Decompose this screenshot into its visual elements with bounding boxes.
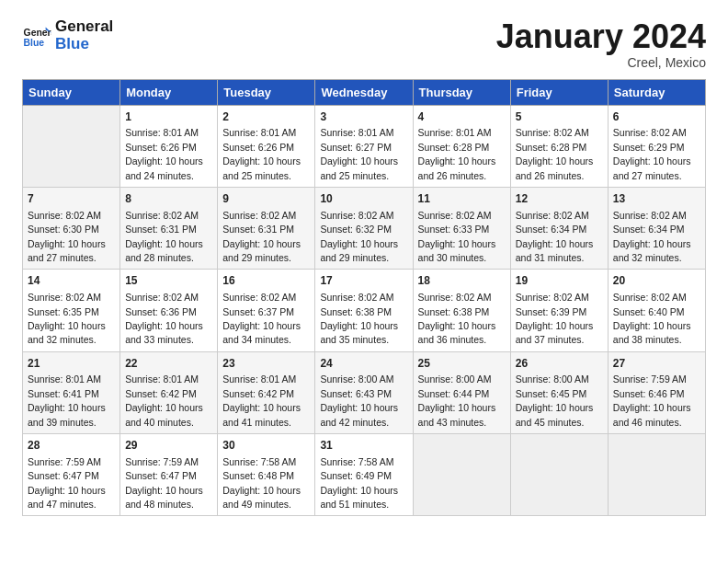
calendar-cell: 18 Sunrise: 8:02 AMSunset: 6:38 PMDaylig… xyxy=(413,270,510,351)
calendar-header: SundayMondayTuesdayWednesdayThursdayFrid… xyxy=(23,79,706,105)
day-number: 11 xyxy=(418,191,506,207)
calendar-cell: 4 Sunrise: 8:01 AMSunset: 6:28 PMDayligh… xyxy=(413,105,510,187)
day-info: Sunrise: 7:58 AMSunset: 6:49 PMDaylight:… xyxy=(320,456,398,510)
day-info: Sunrise: 8:02 AMSunset: 6:35 PMDaylight:… xyxy=(28,292,106,345)
calendar-cell: 26 Sunrise: 8:00 AMSunset: 6:45 PMDaylig… xyxy=(510,351,608,433)
calendar-week-row: 7 Sunrise: 8:02 AMSunset: 6:30 PMDayligh… xyxy=(23,187,706,269)
day-number: 30 xyxy=(222,438,310,454)
day-info: Sunrise: 8:02 AMSunset: 6:37 PMDaylight:… xyxy=(222,292,301,345)
day-info: Sunrise: 8:02 AMSunset: 6:40 PMDaylight:… xyxy=(613,292,691,345)
day-info: Sunrise: 8:01 AMSunset: 6:27 PMDaylight:… xyxy=(320,127,398,180)
calendar-week-row: 14 Sunrise: 8:02 AMSunset: 6:35 PMDaylig… xyxy=(23,270,706,351)
day-number: 20 xyxy=(613,273,700,289)
day-info: Sunrise: 7:59 AMSunset: 6:47 PMDaylight:… xyxy=(125,456,203,510)
day-info: Sunrise: 8:02 AMSunset: 6:31 PMDaylight:… xyxy=(125,210,203,263)
day-number: 31 xyxy=(320,438,407,454)
weekday-header: Monday xyxy=(120,79,218,105)
day-info: Sunrise: 8:02 AMSunset: 6:38 PMDaylight:… xyxy=(320,292,398,345)
day-info: Sunrise: 8:00 AMSunset: 6:45 PMDaylight:… xyxy=(516,373,594,427)
day-info: Sunrise: 8:02 AMSunset: 6:29 PMDaylight:… xyxy=(613,127,691,180)
calendar-cell: 25 Sunrise: 8:00 AMSunset: 6:44 PMDaylig… xyxy=(413,351,510,433)
day-info: Sunrise: 8:00 AMSunset: 6:44 PMDaylight:… xyxy=(418,373,496,427)
calendar-cell: 27 Sunrise: 7:59 AMSunset: 6:46 PMDaylig… xyxy=(608,351,705,433)
calendar-cell: 23 Sunrise: 8:01 AMSunset: 6:42 PMDaylig… xyxy=(218,351,315,433)
day-number: 13 xyxy=(613,191,700,207)
calendar-week-row: 28 Sunrise: 7:59 AMSunset: 6:47 PMDaylig… xyxy=(23,434,706,516)
day-number: 2 xyxy=(222,109,310,125)
calendar-cell: 22 Sunrise: 8:01 AMSunset: 6:42 PMDaylig… xyxy=(120,351,218,433)
logo-line2: Blue xyxy=(55,36,113,53)
day-number: 10 xyxy=(320,191,407,207)
day-number: 5 xyxy=(516,109,603,125)
calendar-cell: 17 Sunrise: 8:02 AMSunset: 6:38 PMDaylig… xyxy=(315,270,413,351)
day-number: 18 xyxy=(418,273,506,289)
calendar-cell: 7 Sunrise: 8:02 AMSunset: 6:30 PMDayligh… xyxy=(23,187,120,269)
day-number: 3 xyxy=(320,109,407,125)
day-number: 29 xyxy=(125,438,212,454)
calendar-cell: 28 Sunrise: 7:59 AMSunset: 6:47 PMDaylig… xyxy=(23,434,120,516)
day-info: Sunrise: 8:01 AMSunset: 6:41 PMDaylight:… xyxy=(28,373,106,427)
calendar-cell: 6 Sunrise: 8:02 AMSunset: 6:29 PMDayligh… xyxy=(608,105,705,187)
day-number: 21 xyxy=(28,356,115,372)
day-number: 4 xyxy=(418,109,506,125)
day-info: Sunrise: 8:01 AMSunset: 6:28 PMDaylight:… xyxy=(418,127,496,180)
day-info: Sunrise: 8:01 AMSunset: 6:42 PMDaylight:… xyxy=(125,373,203,427)
calendar-week-row: 1 Sunrise: 8:01 AMSunset: 6:26 PMDayligh… xyxy=(23,105,706,187)
day-info: Sunrise: 7:59 AMSunset: 6:46 PMDaylight:… xyxy=(613,373,691,427)
weekday-header: Tuesday xyxy=(218,79,315,105)
calendar-cell xyxy=(23,105,120,187)
day-info: Sunrise: 8:02 AMSunset: 6:39 PMDaylight:… xyxy=(516,292,594,345)
day-info: Sunrise: 8:02 AMSunset: 6:34 PMDaylight:… xyxy=(516,210,594,263)
calendar-table: SundayMondayTuesdayWednesdayThursdayFrid… xyxy=(22,79,706,517)
weekday-header: Saturday xyxy=(608,79,705,105)
calendar-cell: 31 Sunrise: 7:58 AMSunset: 6:49 PMDaylig… xyxy=(315,434,413,516)
day-info: Sunrise: 8:02 AMSunset: 6:28 PMDaylight:… xyxy=(516,127,594,180)
page-header: General Blue General Blue January 2024 C… xyxy=(22,18,706,70)
day-number: 16 xyxy=(222,273,310,289)
day-number: 14 xyxy=(28,273,115,289)
day-number: 27 xyxy=(613,356,700,372)
calendar-cell: 9 Sunrise: 8:02 AMSunset: 6:31 PMDayligh… xyxy=(218,187,315,269)
calendar-week-row: 21 Sunrise: 8:01 AMSunset: 6:41 PMDaylig… xyxy=(23,351,706,433)
day-number: 25 xyxy=(418,356,506,372)
day-info: Sunrise: 8:01 AMSunset: 6:26 PMDaylight:… xyxy=(125,127,203,180)
day-info: Sunrise: 8:02 AMSunset: 6:32 PMDaylight:… xyxy=(320,210,398,263)
day-number: 24 xyxy=(320,356,407,372)
title-area: January 2024 Creel, Mexico xyxy=(496,18,706,70)
day-info: Sunrise: 8:02 AMSunset: 6:31 PMDaylight:… xyxy=(222,210,301,263)
logo-line1: General xyxy=(55,18,113,36)
day-number: 15 xyxy=(125,273,212,289)
calendar-cell: 10 Sunrise: 8:02 AMSunset: 6:32 PMDaylig… xyxy=(315,187,413,269)
day-info: Sunrise: 8:02 AMSunset: 6:38 PMDaylight:… xyxy=(418,292,496,345)
month-title: January 2024 xyxy=(496,18,706,55)
weekday-header: Sunday xyxy=(23,79,120,105)
calendar-cell: 24 Sunrise: 8:00 AMSunset: 6:43 PMDaylig… xyxy=(315,351,413,433)
day-info: Sunrise: 8:00 AMSunset: 6:43 PMDaylight:… xyxy=(320,373,398,427)
calendar-cell: 15 Sunrise: 8:02 AMSunset: 6:36 PMDaylig… xyxy=(120,270,218,351)
calendar-cell: 21 Sunrise: 8:01 AMSunset: 6:41 PMDaylig… xyxy=(23,351,120,433)
day-number: 8 xyxy=(125,191,212,207)
calendar-cell: 14 Sunrise: 8:02 AMSunset: 6:35 PMDaylig… xyxy=(23,270,120,351)
day-number: 12 xyxy=(516,191,603,207)
day-number: 26 xyxy=(516,356,603,372)
calendar-cell: 8 Sunrise: 8:02 AMSunset: 6:31 PMDayligh… xyxy=(120,187,218,269)
calendar-cell xyxy=(413,434,510,516)
day-info: Sunrise: 8:02 AMSunset: 6:34 PMDaylight:… xyxy=(613,210,691,263)
svg-text:Blue: Blue xyxy=(24,38,45,48)
weekday-header: Friday xyxy=(510,79,608,105)
day-number: 17 xyxy=(320,273,407,289)
logo-icon: General Blue xyxy=(22,21,51,51)
day-number: 19 xyxy=(516,273,603,289)
day-number: 9 xyxy=(222,191,310,207)
logo: General Blue General Blue xyxy=(22,18,113,52)
day-info: Sunrise: 8:02 AMSunset: 6:33 PMDaylight:… xyxy=(418,210,496,263)
day-info: Sunrise: 8:02 AMSunset: 6:30 PMDaylight:… xyxy=(28,210,106,263)
day-number: 22 xyxy=(125,356,212,372)
calendar-cell xyxy=(510,434,608,516)
day-info: Sunrise: 7:58 AMSunset: 6:48 PMDaylight:… xyxy=(222,456,301,510)
day-info: Sunrise: 8:02 AMSunset: 6:36 PMDaylight:… xyxy=(125,292,203,345)
weekday-header: Thursday xyxy=(413,79,510,105)
calendar-cell: 12 Sunrise: 8:02 AMSunset: 6:34 PMDaylig… xyxy=(510,187,608,269)
calendar-cell: 19 Sunrise: 8:02 AMSunset: 6:39 PMDaylig… xyxy=(510,270,608,351)
day-info: Sunrise: 8:01 AMSunset: 6:26 PMDaylight:… xyxy=(222,127,301,180)
